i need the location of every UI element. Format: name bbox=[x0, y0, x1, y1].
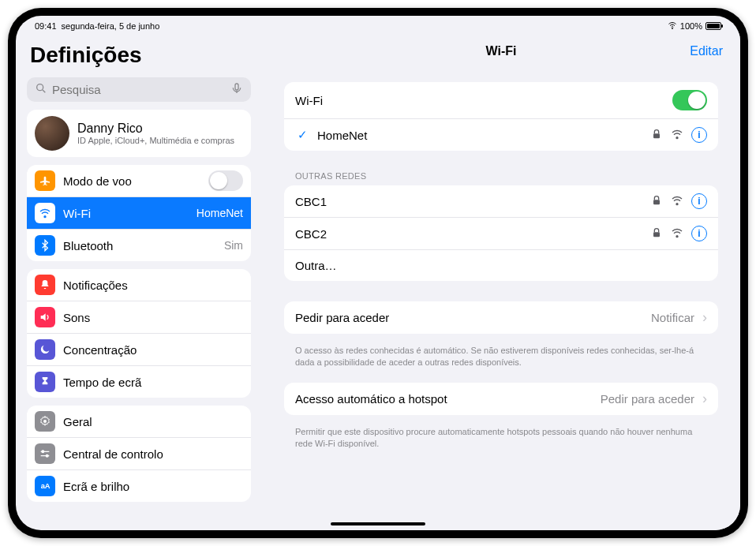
ask-footer: O acesso às redes conhecidas é automátic… bbox=[284, 340, 718, 383]
account-subtitle: ID Apple, iCloud+, Multimédia e compras bbox=[77, 136, 234, 145]
page-title: Definições bbox=[27, 38, 251, 69]
wifi-icon bbox=[668, 21, 677, 32]
sidebar-item-label: Geral bbox=[63, 415, 243, 428]
sidebar-item-label: Modo de voo bbox=[63, 174, 200, 188]
hotspot-label: Acesso automático a hotspot bbox=[295, 392, 593, 406]
bluetooth-icon bbox=[35, 235, 55, 256]
airplane-toggle[interactable] bbox=[208, 170, 243, 191]
svg-point-6 bbox=[46, 454, 48, 457]
lock-icon bbox=[650, 194, 663, 209]
battery-percent: 100% bbox=[680, 21, 702, 31]
svg-rect-2 bbox=[235, 84, 238, 90]
bell-icon bbox=[35, 275, 55, 295]
sidebar: Definições Danny Rico ID Apple, iCloud+,… bbox=[16, 33, 262, 530]
home-indicator[interactable] bbox=[331, 522, 425, 525]
ask-to-join-row[interactable]: Pedir para aceder Notificar › bbox=[284, 301, 718, 334]
ask-label: Pedir para aceder bbox=[295, 311, 643, 324]
sidebar-item-label: Central de controlo bbox=[63, 447, 243, 461]
hotspot-card: Acesso automático a hotspot Pedir para a… bbox=[284, 383, 718, 415]
status-date: segunda-feira, 5 de junho bbox=[62, 21, 160, 31]
svg-point-13 bbox=[676, 235, 678, 237]
network-row[interactable]: CBC2 i bbox=[284, 217, 718, 249]
sidebar-item-value: Sim bbox=[224, 239, 243, 252]
network-name: CBC1 bbox=[295, 195, 642, 208]
info-button[interactable]: i bbox=[691, 193, 707, 209]
sidebar-item-airplane[interactable]: Modo de voo bbox=[27, 165, 251, 196]
svg-text:aA: aA bbox=[41, 482, 51, 490]
sidebar-item-label: Bluetooth bbox=[63, 239, 216, 252]
airplane-icon bbox=[35, 170, 55, 191]
sidebar-item-label: Notificações bbox=[63, 279, 243, 292]
avatar bbox=[35, 116, 69, 151]
svg-point-11 bbox=[676, 203, 678, 204]
speaker-icon bbox=[35, 307, 55, 327]
search-field[interactable] bbox=[27, 77, 251, 102]
sidebar-item-control-center[interactable]: Central de controlo bbox=[27, 437, 251, 469]
ask-to-join-card: Pedir para aceder Notificar › bbox=[284, 301, 718, 334]
hourglass-icon bbox=[35, 372, 55, 392]
chevron-right-icon: › bbox=[702, 309, 707, 326]
group-general: Geral Central de controlo aA Ecrã e bril… bbox=[27, 406, 251, 502]
other-label: Outra… bbox=[295, 259, 707, 272]
status-time: 09:41 bbox=[35, 21, 57, 31]
sidebar-item-focus[interactable]: Concentração bbox=[27, 333, 251, 365]
signal-icon bbox=[671, 226, 683, 241]
wifi-label: Wi-Fi bbox=[295, 94, 664, 107]
svg-rect-8 bbox=[653, 133, 660, 138]
hotspot-footer: Permitir que este dispositivo procure au… bbox=[284, 421, 718, 464]
info-button[interactable]: i bbox=[691, 226, 707, 241]
wifi-main-card: Wi-Fi ✓ HomeNet i bbox=[284, 82, 718, 151]
info-button[interactable]: i bbox=[691, 127, 707, 143]
search-icon bbox=[35, 82, 47, 97]
sidebar-item-sounds[interactable]: Sons bbox=[27, 301, 251, 333]
svg-point-3 bbox=[44, 216, 46, 218]
svg-point-4 bbox=[43, 420, 47, 423]
sidebar-item-general[interactable]: Geral bbox=[27, 406, 251, 437]
sidebar-item-display[interactable]: aA Ecrã e brilho bbox=[27, 469, 251, 502]
account-name: Danny Rico bbox=[77, 122, 234, 136]
sidebar-item-screentime[interactable]: Tempo de ecrã bbox=[27, 365, 251, 398]
svg-rect-10 bbox=[653, 200, 660, 204]
sidebar-item-notifications[interactable]: Notificações bbox=[27, 269, 251, 301]
search-input[interactable] bbox=[52, 83, 226, 96]
other-network-row[interactable]: Outra… bbox=[284, 249, 718, 281]
lock-icon bbox=[650, 128, 663, 143]
screen: 09:41 segunda-feira, 5 de junho 100% Def… bbox=[16, 16, 740, 530]
edit-button[interactable]: Editar bbox=[690, 44, 723, 58]
sidebar-item-bluetooth[interactable]: Bluetooth Sim bbox=[27, 229, 251, 261]
apple-id-row[interactable]: Danny Rico ID Apple, iCloud+, Multimédia… bbox=[27, 110, 251, 157]
lock-icon bbox=[650, 226, 663, 241]
hotspot-value: Pedir para aceder bbox=[601, 392, 694, 406]
detail-header: Wi-Fi Editar bbox=[262, 33, 740, 69]
network-row[interactable]: CBC1 i bbox=[284, 185, 718, 217]
sliders-icon bbox=[35, 443, 55, 464]
svg-rect-12 bbox=[653, 232, 660, 237]
sidebar-item-wifi[interactable]: Wi-Fi HomeNet bbox=[27, 196, 251, 229]
moon-icon bbox=[35, 339, 55, 360]
group-attention: Notificações Sons Concentração bbox=[27, 269, 251, 398]
svg-point-5 bbox=[42, 451, 44, 453]
svg-point-9 bbox=[676, 136, 678, 138]
sidebar-item-value: HomeNet bbox=[196, 207, 243, 219]
dictate-icon[interactable] bbox=[230, 82, 243, 97]
wifi-icon bbox=[35, 203, 55, 223]
battery-icon bbox=[705, 22, 721, 30]
group-connectivity: Modo de voo Wi-Fi HomeNet bbox=[27, 165, 251, 261]
svg-point-0 bbox=[672, 28, 672, 29]
other-networks-card: CBC1 i CBC2 bbox=[284, 185, 718, 281]
sidebar-item-label: Ecrã e brilho bbox=[63, 480, 243, 493]
status-bar: 09:41 segunda-feira, 5 de junho 100% bbox=[16, 16, 740, 33]
hotspot-row[interactable]: Acesso automático a hotspot Pedir para a… bbox=[284, 383, 718, 415]
brightness-icon: aA bbox=[35, 476, 55, 496]
sidebar-item-label: Wi-Fi bbox=[63, 207, 189, 220]
signal-icon bbox=[671, 128, 683, 143]
ask-value: Notificar bbox=[651, 311, 694, 324]
svg-point-1 bbox=[37, 84, 43, 91]
detail-pane: Wi-Fi Editar Wi-Fi ✓ HomeNet bbox=[262, 33, 740, 530]
wifi-toggle[interactable] bbox=[672, 90, 707, 110]
connected-network-row[interactable]: ✓ HomeNet i bbox=[284, 118, 718, 151]
sidebar-item-label: Concentração bbox=[63, 343, 243, 357]
sidebar-item-label: Sons bbox=[63, 311, 243, 324]
sidebar-item-label: Tempo de ecrã bbox=[63, 376, 243, 389]
wifi-toggle-row: Wi-Fi bbox=[284, 82, 718, 118]
